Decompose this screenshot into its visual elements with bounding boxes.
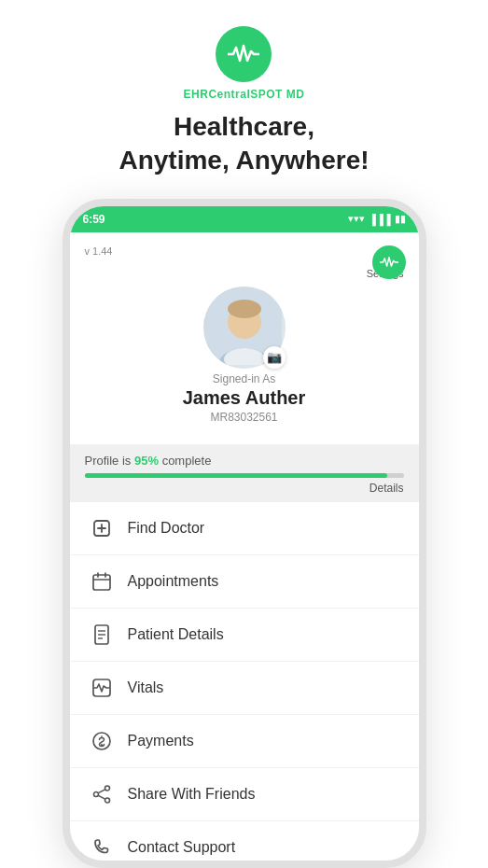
share-with-friends-label: Share With Friends xyxy=(128,786,256,803)
brand-prefix: EHRCentral xyxy=(184,88,251,101)
profile-complete-text: Profile is 95% complete xyxy=(85,454,404,468)
status-icons: ▾▾▾ ▐▐▐ ▮▮ xyxy=(348,213,405,225)
headline-line2: Anytime, Anywhere! xyxy=(119,146,369,175)
complete-prefix: Profile is xyxy=(85,454,132,468)
menu-item-appointments[interactable]: Appointments xyxy=(70,555,419,609)
menu-list: Find DoctorAppointmentsPatient DetailsVi… xyxy=(70,502,419,861)
version-text: v 1.44 xyxy=(85,245,113,257)
svg-point-3 xyxy=(228,300,261,318)
signal-icon: ▐▐▐ xyxy=(369,214,390,225)
camera-icon[interactable]: 📷 xyxy=(263,346,286,369)
payments-label: Payments xyxy=(128,733,194,749)
svg-point-17 xyxy=(93,733,110,749)
details-link[interactable]: Details xyxy=(85,482,404,495)
wifi-icon: ▾▾▾ xyxy=(348,213,365,225)
progress-bar-fill xyxy=(85,473,388,478)
headline-line1: Healthcare, xyxy=(174,112,314,141)
vitals-label: Vitals xyxy=(128,679,164,696)
contact-support-icon xyxy=(89,834,115,861)
brand-suffix: SPOT MD xyxy=(250,88,304,101)
battery-icon: ▮▮ xyxy=(395,213,406,225)
brand-text: EHRCentralSPOT MD xyxy=(184,88,305,101)
app-logo-button[interactable] xyxy=(372,245,406,279)
appointments-icon xyxy=(89,568,115,595)
avatar-wrapper: 📷 xyxy=(203,287,286,369)
svg-rect-8 xyxy=(93,575,110,590)
payments-icon xyxy=(89,728,115,754)
menu-item-vitals[interactable]: Vitals xyxy=(70,662,419,715)
complete-suffix: complete xyxy=(162,454,212,468)
contact-support-label: Contact Support xyxy=(128,839,236,856)
share-with-friends-icon xyxy=(89,781,115,807)
menu-item-share-with-friends[interactable]: Share With Friends xyxy=(70,768,419,821)
logo-area: EHRCentralSPOT MD xyxy=(184,0,305,101)
status-time: 6:59 xyxy=(83,213,105,226)
find-doctor-label: Find Doctor xyxy=(128,520,205,537)
phone-mockup: 6:59 ▾▾▾ ▐▐▐ ▮▮ v 1.44 ⚙ Settings xyxy=(63,199,426,868)
vitals-icon xyxy=(89,675,115,701)
signed-in-label: Signed-in As xyxy=(213,372,275,385)
profile-section: v 1.44 ⚙ Settings xyxy=(70,232,419,444)
svg-line-21 xyxy=(98,790,105,793)
appointments-label: Appointments xyxy=(128,573,219,590)
headline: Healthcare, Anytime, Anywhere! xyxy=(119,110,369,178)
progress-bar xyxy=(85,473,404,478)
complete-percent: 95% xyxy=(134,454,159,468)
patient-details-label: Patient Details xyxy=(128,626,224,643)
user-id: MR83032561 xyxy=(210,411,277,424)
svg-point-18 xyxy=(105,786,109,791)
user-name: James Auther xyxy=(183,387,306,409)
patient-details-icon xyxy=(89,622,115,648)
menu-item-patient-details[interactable]: Patient Details xyxy=(70,609,419,662)
menu-item-payments[interactable]: Payments xyxy=(70,715,419,768)
menu-item-contact-support[interactable]: Contact Support xyxy=(70,821,419,861)
profile-complete-section: Profile is 95% complete Details xyxy=(70,444,419,502)
find-doctor-icon xyxy=(89,515,115,541)
profile-top-row: v 1.44 ⚙ Settings xyxy=(85,245,404,279)
svg-line-22 xyxy=(98,795,105,799)
menu-item-find-doctor[interactable]: Find Doctor xyxy=(70,502,419,555)
svg-point-20 xyxy=(93,791,98,796)
svg-point-19 xyxy=(105,798,109,803)
status-bar: 6:59 ▾▾▾ ▐▐▐ ▮▮ xyxy=(70,206,419,232)
logo-icon xyxy=(216,26,272,82)
